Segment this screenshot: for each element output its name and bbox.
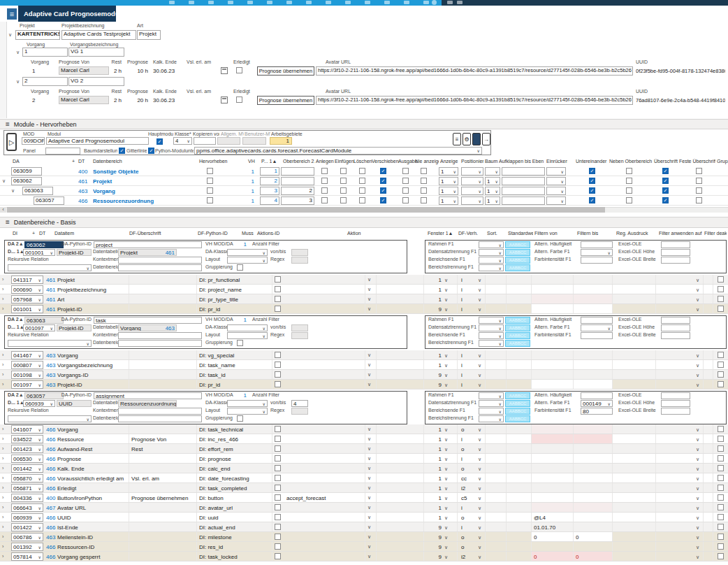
bereichstrennung-dropdown[interactable]: ∨ — [479, 264, 504, 271]
loeschen-checkbox[interactable] — [359, 178, 365, 184]
aktion-dropdown-icon[interactable]: ∨ — [367, 372, 374, 378]
aktion-dropdown-icon[interactable]: ∨ — [367, 554, 374, 559]
positionierung-dropdown[interactable]: ∨ — [461, 167, 483, 176]
filter-anwenden-dropdown-icon[interactable]: ∨ — [696, 363, 701, 369]
oberbereich-field[interactable]: 3 — [281, 196, 314, 205]
muss-checkbox[interactable] — [275, 276, 281, 282]
df-verh-dropdown-icon[interactable]: ∨ — [478, 515, 483, 521]
kopieren-von-field[interactable] — [194, 137, 216, 145]
di-field[interactable]: 004336∨ — [11, 494, 43, 502]
row-expand-icon[interactable]: › — [2, 505, 8, 510]
filter-anwenden-dropdown-icon[interactable]: ∨ — [696, 373, 701, 378]
bereichstrennung-dropdown[interactable]: ∨ — [479, 415, 504, 422]
neben-oberbereich-checkbox[interactable] — [626, 168, 632, 174]
filter-deaktivieren-checkbox[interactable] — [718, 534, 724, 540]
aktion-dropdown-icon[interactable]: ∨ — [367, 456, 374, 462]
bereichsende-color-swatch[interactable]: AABBCC — [505, 332, 530, 339]
aktion-dropdown-icon[interactable]: ∨ — [367, 427, 374, 432]
export-button[interactable]: → — [482, 133, 490, 145]
fenster-dropdown-icon[interactable]: ∨ — [444, 363, 450, 369]
altern-haeufigkeit-field[interactable] — [581, 392, 613, 399]
rekursive-relation-dropdown[interactable]: ∨ — [8, 264, 92, 271]
df-verh-dropdown-icon[interactable]: ∨ — [478, 466, 483, 472]
row-expand-icon[interactable]: › — [2, 534, 8, 540]
allgem-mv-field[interactable] — [217, 137, 240, 145]
df-verh-dropdown-icon[interactable]: ∨ — [478, 496, 483, 501]
gruppierung-checkbox[interactable] — [237, 264, 243, 271]
di-field[interactable]: 041467∨ — [11, 351, 43, 359]
anlegen-checkbox[interactable] — [321, 187, 328, 194]
regex-field[interactable] — [291, 257, 308, 264]
excel-ole-breite-field[interactable] — [661, 257, 690, 264]
row-expand-icon[interactable]: › — [2, 475, 8, 481]
baumdarstellung-checkbox[interactable]: ✓ — [119, 148, 125, 154]
excel-ole-hoehe-field[interactable] — [661, 249, 690, 256]
nie-anzeigen-checkbox[interactable] — [421, 187, 427, 194]
da-klasse-dropdown[interactable]: ∨ — [227, 400, 268, 407]
di-field[interactable]: 056871∨ — [11, 484, 43, 492]
fenster-dropdown-icon[interactable]: ∨ — [444, 486, 450, 492]
mod-field[interactable]: 009DOF — [22, 137, 45, 145]
open-list-button[interactable]: ≡ — [453, 133, 461, 145]
filter-anwenden-dropdown-icon[interactable]: ∨ — [696, 496, 701, 501]
gruppierung-checkbox[interactable] — [237, 415, 243, 422]
muss-checkbox[interactable] — [275, 485, 281, 491]
filter-deaktivieren-checkbox[interactable] — [718, 485, 724, 491]
da-field[interactable]: 063057 — [34, 196, 64, 205]
farbintensitaet-field[interactable]: 80 — [581, 408, 613, 415]
muss-checkbox[interactable] — [275, 494, 281, 501]
muss-checkbox[interactable] — [275, 371, 281, 378]
filter-deaktivieren-checkbox[interactable] — [718, 362, 724, 368]
filter-anwenden-dropdown-icon[interactable]: ∨ — [696, 427, 701, 433]
projekt-field[interactable]: KARTENTRICKS — [15, 30, 60, 40]
datensatztrennung-dropdown[interactable]: ∨ — [479, 400, 504, 407]
untereinander-checkbox[interactable]: ✓ — [589, 168, 595, 174]
kontextmenu-field[interactable] — [118, 332, 202, 339]
filter-anwenden-dropdown-icon[interactable]: ∨ — [696, 447, 701, 452]
python-unterklasse-dropdown[interactable]: ppms.office.adaptivecards.cards.forecast… — [194, 147, 482, 155]
filter-deaktivieren-checkbox[interactable] — [718, 514, 724, 520]
position-field[interactable]: 1 — [260, 167, 279, 176]
di-field[interactable]: 066643∨ — [11, 503, 43, 512]
excel-ole-breite-field[interactable] — [661, 408, 690, 415]
gitterlinie-checkbox[interactable]: ✓ — [148, 148, 154, 154]
arbeitsgebiete-field[interactable]: 1 — [270, 137, 292, 145]
neben-oberbereich-checkbox[interactable] — [626, 197, 632, 203]
untereinander-checkbox[interactable]: ✓ — [589, 187, 595, 194]
calendar-icon[interactable] — [221, 67, 228, 74]
datentabelle-field[interactable]: Ressourcenzuordnung466 — [118, 400, 177, 407]
hervorheben-checkbox[interactable] — [207, 187, 213, 194]
da-python-id-field[interactable]: assignment — [94, 392, 202, 399]
erledigt-checkbox[interactable] — [236, 67, 242, 73]
da-python-id-field[interactable]: project — [94, 241, 202, 248]
ausgabe-checkbox[interactable] — [402, 187, 409, 194]
python-button[interactable] — [472, 133, 481, 145]
row-expand-icon[interactable]: › — [2, 382, 8, 387]
aktion-dropdown-icon[interactable]: ∨ — [367, 382, 374, 387]
positionierung-dropdown[interactable]: ∨ — [461, 196, 483, 205]
loeschen-checkbox[interactable] — [359, 168, 365, 174]
filter-anwenden-dropdown-icon[interactable]: ∨ — [696, 353, 701, 359]
filter-deaktivieren-checkbox[interactable] — [718, 426, 724, 432]
fenster-dropdown-icon[interactable]: ∨ — [444, 506, 450, 511]
section-menu-icon[interactable]: ≡ — [6, 219, 10, 226]
rahmen-dropdown[interactable]: ∨ — [479, 317, 504, 324]
rekursive-relation-dropdown[interactable]: ∨ — [8, 340, 92, 347]
toolbar-icon[interactable] — [457, 1, 463, 4]
di-field[interactable]: 001392∨ — [11, 543, 43, 551]
df-verh-dropdown-icon[interactable]: ∨ — [478, 297, 483, 303]
fenster-dropdown-icon[interactable]: ∨ — [444, 545, 450, 550]
df-verh-dropdown-icon[interactable]: ∨ — [478, 363, 483, 369]
filter-deaktivieren-checkbox[interactable] — [718, 543, 724, 550]
df-verh-dropdown-icon[interactable]: ∨ — [478, 457, 483, 462]
toolbar-icon[interactable] — [306, 1, 312, 4]
run-module-button[interactable]: ▷ — [6, 133, 17, 151]
filter-deaktivieren-checkbox[interactable] — [718, 371, 724, 378]
row-expand-icon[interactable]: › — [2, 352, 8, 358]
muss-checkbox[interactable] — [275, 352, 281, 358]
horizontal-scrollbar-thumb[interactable] — [7, 207, 605, 213]
da-field[interactable]: 063059 — [11, 167, 42, 176]
fenster-dropdown-icon[interactable]: ∨ — [444, 447, 450, 452]
projektbezeichnung-field[interactable]: Adaptive Cards Testprojekt — [61, 30, 136, 40]
excel-ole-field[interactable] — [661, 392, 690, 399]
